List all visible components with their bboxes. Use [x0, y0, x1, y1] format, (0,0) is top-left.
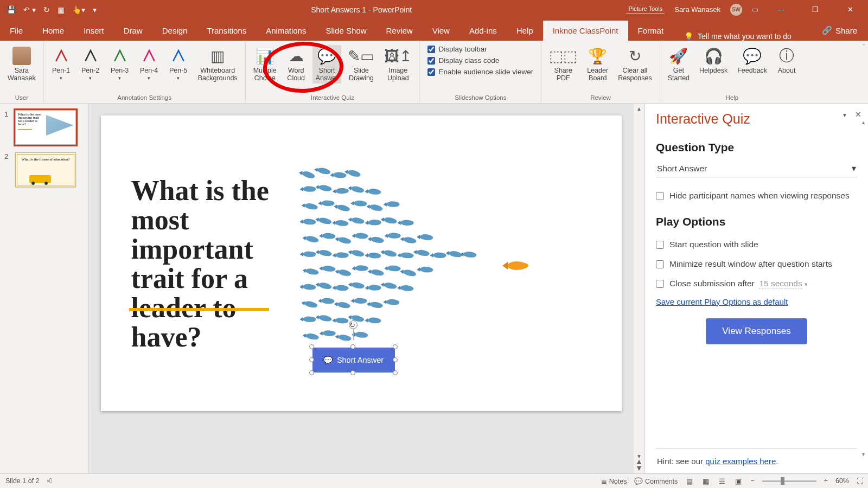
pane-close-icon[interactable]: ✕	[855, 110, 861, 119]
pen-4-button[interactable]: Pen-4▾	[136, 45, 162, 82]
close-icon[interactable]: ✕	[838, 0, 863, 19]
tab-help[interactable]: Help	[507, 21, 543, 41]
save-icon[interactable]: 💾	[7, 5, 16, 14]
resize-handle[interactable]	[350, 344, 355, 349]
tab-transitions[interactable]: Transitions	[197, 21, 256, 41]
pane-scrollbar[interactable]: ▲▼	[861, 125, 866, 452]
tab-classpoint[interactable]: Inknoe ClassPoint	[543, 21, 628, 41]
ribbon-display-icon[interactable]: ▭	[752, 5, 758, 14]
short-answer-badge[interactable]: Short Answer	[312, 348, 395, 373]
view-responses-button[interactable]: View Responses	[706, 318, 807, 344]
tell-me-search[interactable]: 💡 Tell me what you want to do	[673, 32, 811, 41]
thumbnail-1[interactable]: 1 What is the most important trait for a…	[4, 110, 84, 145]
hide-names-checkbox[interactable]: Hide participant names when viewing resp…	[656, 190, 857, 201]
orange-fish-image[interactable]	[502, 258, 535, 274]
slide-drawing-button[interactable]: ✎▭Slide Drawing	[344, 45, 378, 84]
zoom-out-icon[interactable]: −	[750, 477, 754, 485]
multiple-choice-button[interactable]: 📊Multiple Choice	[250, 45, 280, 84]
tab-animations[interactable]: Animations	[256, 21, 316, 41]
pen-5-button[interactable]: Pen-5▾	[165, 45, 192, 82]
minimize-result-checkbox[interactable]: Minimize result window after question st…	[656, 259, 857, 269]
slide-canvas[interactable]: What is the most important trait for a l…	[101, 115, 622, 411]
tab-addins[interactable]: Add-ins	[459, 21, 507, 41]
user-avatar[interactable]: SW	[730, 4, 742, 16]
pen-2-button[interactable]: Pen-2▾	[78, 45, 104, 82]
minimize-icon[interactable]: —	[768, 0, 793, 19]
user-button-label: Sara Wanasek	[8, 67, 36, 82]
quiz-examples-link[interactable]: quiz examples here	[705, 457, 776, 466]
tab-insert[interactable]: Insert	[74, 21, 114, 41]
resize-handle[interactable]	[350, 370, 355, 375]
user-button[interactable]: Sara Wanasek	[4, 45, 39, 84]
start-with-slide-checkbox[interactable]: Start question with slide	[656, 239, 857, 250]
zoom-value[interactable]: 60%	[835, 477, 849, 485]
prev-slide-icon[interactable]: ⯅	[636, 459, 642, 465]
thumbnail-2[interactable]: 2 What is the future of education?	[4, 152, 84, 187]
scroll-up-icon[interactable]: ▲	[636, 106, 642, 112]
resize-handle[interactable]	[309, 370, 314, 375]
seconds-value[interactable]: 15 seconds	[759, 279, 802, 288]
tab-design[interactable]: Design	[152, 21, 197, 41]
collapse-ribbon-icon[interactable]: ˆ	[863, 44, 865, 50]
tab-home[interactable]: Home	[33, 21, 74, 41]
resize-handle[interactable]	[309, 357, 314, 362]
slide-canvas-area[interactable]: What is the most important trait for a l…	[88, 104, 634, 473]
qat-overflow-icon[interactable]: ▾	[93, 5, 97, 14]
display-toolbar-checkbox[interactable]: Display toolbar	[427, 45, 487, 53]
scroll-down-icon[interactable]: ▼	[636, 453, 642, 459]
display-classcode-checkbox[interactable]: Display class code	[427, 56, 499, 65]
question-type-dropdown[interactable]: Short Answer ▾	[656, 162, 857, 177]
tab-file[interactable]: File	[0, 21, 33, 41]
about-button[interactable]: ⓘAbout	[774, 45, 800, 75]
next-slide-icon[interactable]: ⯆	[636, 465, 642, 471]
reading-view-icon[interactable]: ☰	[718, 476, 726, 486]
fit-to-window-icon[interactable]: ⛶	[857, 477, 864, 485]
sorter-view-icon[interactable]: ▦	[701, 476, 710, 486]
close-submission-checkbox[interactable]: Close submission after 15 seconds ▾	[656, 278, 857, 289]
pen-1-label: Pen-1	[52, 67, 70, 74]
notes-button[interactable]: ≣ Notes	[601, 477, 627, 485]
zoom-slider[interactable]	[762, 480, 816, 482]
pen-1-button[interactable]: Pen-1▾	[48, 45, 74, 82]
maximize-icon[interactable]: ❐	[803, 0, 828, 19]
accessibility-icon[interactable]: ▫⃞	[47, 477, 52, 485]
redo-icon[interactable]: ↻	[43, 5, 50, 14]
zoom-in-icon[interactable]: +	[824, 477, 828, 485]
present-icon[interactable]: ▦	[58, 5, 65, 14]
slideshow-view-icon[interactable]: ▣	[734, 476, 743, 486]
tab-view[interactable]: View	[423, 21, 459, 41]
share-button[interactable]: 🔗 Share	[811, 25, 868, 41]
save-default-link[interactable]: Save current Play Options as default	[656, 297, 857, 306]
pen-3-button[interactable]: Pen-3▾	[107, 45, 133, 82]
comments-button[interactable]: 💬 Comments	[634, 477, 678, 485]
get-started-button[interactable]: 🚀Get Started	[665, 45, 693, 84]
tab-format[interactable]: Format	[628, 21, 674, 41]
rotation-handle[interactable]: ↻	[349, 320, 358, 329]
feedback-button[interactable]: 💬Feedback	[734, 45, 770, 75]
leader-board-button[interactable]: 🏆Leader Board	[584, 45, 611, 84]
resize-handle[interactable]	[309, 344, 314, 349]
resize-handle[interactable]	[393, 357, 398, 362]
tab-draw[interactable]: Draw	[114, 21, 152, 41]
helpdesk-button[interactable]: 🎧Helpdesk	[696, 45, 731, 75]
pane-options-icon[interactable]: ▼	[842, 112, 847, 118]
slide-counter[interactable]: Slide 1 of 2	[5, 477, 40, 485]
tab-review[interactable]: Review	[376, 21, 422, 41]
share-pdf-button[interactable]: ⬚⬚Share PDF	[546, 45, 580, 84]
word-cloud-button[interactable]: ☁Word Cloud	[283, 45, 309, 84]
image-upload-button[interactable]: 🖼↥Image Upload	[381, 45, 415, 84]
normal-view-icon[interactable]: ▤	[685, 476, 694, 486]
touch-icon[interactable]: 👆▾	[72, 5, 85, 14]
canvas-scrollbar[interactable]: ▲ ▼ ⯅ ⯆	[634, 104, 644, 473]
slide-heading[interactable]: What is the most important trait for a l…	[131, 176, 299, 352]
whiteboard-button[interactable]: ▥Whiteboard Backgrounds	[195, 45, 241, 84]
fish-school-image[interactable]	[296, 164, 492, 349]
user-name[interactable]: Sara Wanasek	[674, 5, 720, 14]
clear-all-button[interactable]: ↻Clear all Responses	[615, 45, 655, 84]
tab-slideshow[interactable]: Slide Show	[316, 21, 376, 41]
enable-audience-checkbox[interactable]: Enable audience slide viewer	[427, 68, 533, 76]
undo-icon[interactable]: ↶ ▾	[23, 5, 36, 14]
resize-handle[interactable]	[393, 370, 398, 375]
resize-handle[interactable]	[393, 344, 398, 349]
short-answer-button[interactable]: 💬Short Answer	[312, 45, 342, 84]
